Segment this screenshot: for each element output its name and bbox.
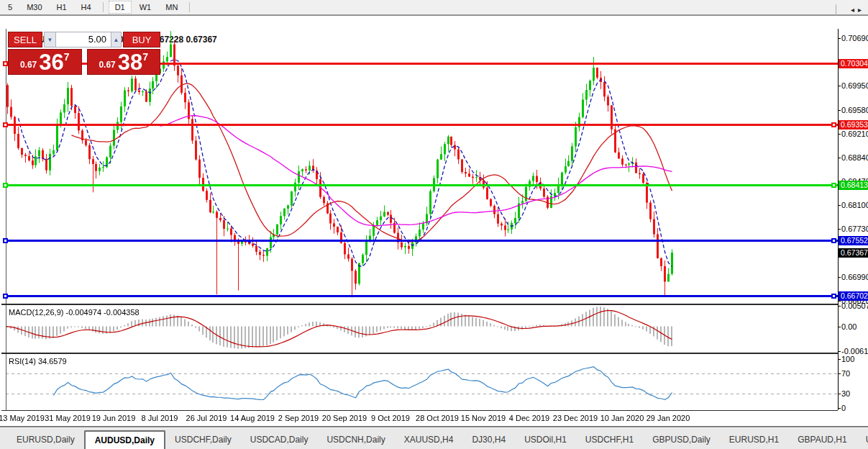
time-axis-tick: 10 Jan 2020: [600, 414, 644, 422]
price-axis-tick-label: 0.68100: [841, 201, 868, 209]
rsi-axis-tick-label: 70: [841, 369, 850, 378]
price-axis-tick-mark: [838, 205, 841, 206]
chart-tab-audusd-daily[interactable]: AUDUSD,Daily: [84, 430, 165, 449]
macd-axis-tick-label: 0.00: [841, 322, 856, 331]
line-handle-right[interactable]: [831, 122, 836, 127]
timeframe-toolbar: 5M30H1H4D1W1MN: [0, 0, 868, 15]
rsi-axis-tick-mark: [838, 408, 841, 409]
volume-increase-icon[interactable]: ▲: [111, 32, 121, 47]
rsi-label: RSI(14) 34.6579: [9, 357, 67, 366]
chart-tab-usdcnh-daily[interactable]: USDCNH,Daily: [317, 432, 394, 448]
line-handle-left[interactable]: [3, 61, 8, 66]
tab-scroll-arrows[interactable]: ◂▸: [851, 6, 865, 14]
time-axis-tick: 19 Jun 2019: [92, 414, 136, 422]
horizontal-line-resistance-lower[interactable]: [6, 124, 838, 126]
time-axis-tick: 31 May 2019: [45, 414, 91, 422]
price-label-support-lower: 0.66702: [839, 291, 868, 301]
tab-scroll-right-icon[interactable]: ▸: [858, 6, 865, 14]
timeframe-button-d1[interactable]: D1: [109, 1, 132, 14]
price-axis-tick-label: 0.69210: [841, 130, 868, 138]
timeframe-button-w1[interactable]: W1: [133, 1, 158, 14]
chart-tab-usdchf-h1[interactable]: USDCHF,H1: [576, 432, 643, 448]
tab-scroll-left-icon[interactable]: ◂: [851, 6, 858, 14]
price-axis-tick-label: 0.67730: [841, 224, 868, 233]
time-axis-tick: 23 Dec 2019: [553, 414, 598, 422]
price-axis-tick-mark: [838, 38, 841, 39]
time-axis-tick: 2 Sep 2019: [278, 414, 319, 422]
volume-spinner: ▼ 5.00 ▲: [44, 32, 122, 47]
price-label-current-price: 0.67367: [839, 248, 868, 258]
price-label-support-upper: 0.67552: [839, 236, 868, 245]
macd-name: MACD(12,26,9): [9, 308, 63, 317]
price-axis-tick-label: 0.69580: [841, 106, 868, 114]
trading-terminal: 5M30H1H4D1W1MN ▲ AUDUSD,Daily 0.67259 0.…: [0, 0, 868, 449]
timeframe-button-mn[interactable]: MN: [159, 1, 184, 14]
rsi-pane-separator[interactable]: [1, 353, 838, 354]
timeframe-button-h1[interactable]: H1: [50, 1, 73, 14]
buy-price-big: 38: [118, 53, 142, 72]
price-axis-tick-mark: [838, 110, 841, 111]
sell-price-prefix: 0.67: [20, 60, 37, 70]
volume-input[interactable]: 5.00: [56, 32, 111, 47]
timeframe-button-5[interactable]: 5: [1, 1, 19, 14]
chart-tab-gbpusd-daily[interactable]: GBPUSD,Daily: [643, 432, 720, 448]
horizontal-line-support-lower[interactable]: [6, 295, 838, 297]
time-axis-tick: 4 Dec 2019: [509, 414, 549, 422]
rsi-axis-tick-mark: [838, 373, 841, 374]
price-axis-tick-mark: [838, 229, 841, 230]
chart-tabs-bar: EURUSD,DailyAUDUSD,DailyUSDCHF,DailyUSDC…: [0, 427, 868, 449]
chart-tab-usdchf-daily[interactable]: USDCHF,Daily: [165, 432, 241, 448]
one-click-trading-panel: SELL ▼ 5.00 ▲ BUY 0.67 36 7 0.67 38 7: [8, 32, 160, 75]
price-label-pivot-green: 0.68413: [839, 181, 868, 190]
buy-quote-box[interactable]: 0.67 38 7: [87, 49, 161, 75]
horizontal-line-support-upper[interactable]: [6, 240, 838, 242]
time-axis-tick: 13 May 2019: [0, 414, 45, 422]
line-handle-left[interactable]: [3, 294, 8, 299]
sell-price-big: 36: [39, 53, 63, 72]
toolbar-separator: [103, 2, 104, 12]
macd-axis-tick-label: 0.005076: [841, 301, 868, 310]
toolbar-separator: [189, 2, 190, 12]
time-axis-tick: 15 Nov 2019: [461, 414, 506, 422]
chart-tab-xauusd-h4[interactable]: XAUUSD,H4: [395, 432, 463, 448]
chart-tab-usdcad-daily[interactable]: USDCAD,Daily: [241, 432, 318, 448]
price-axis-tick-mark: [838, 277, 841, 278]
time-axis-tick: 29 Jan 2020: [647, 414, 690, 422]
chart-tab-usd[interactable]: USD: [856, 432, 868, 448]
line-handle-left[interactable]: [3, 122, 8, 127]
volume-decrease-icon[interactable]: ▼: [45, 32, 56, 47]
time-axis-tick: 20 Sep 2019: [322, 414, 367, 422]
macd-values: -0.004974 -0.004358: [65, 308, 139, 317]
chart-tab-eurusd-daily[interactable]: EURUSD,Daily: [7, 432, 84, 448]
line-handle-right[interactable]: [831, 183, 836, 188]
buy-price-pip: 7: [142, 51, 148, 63]
line-handle-right[interactable]: [831, 294, 836, 299]
horizontal-line-pivot-green[interactable]: [6, 184, 838, 186]
line-handle-left[interactable]: [3, 238, 8, 243]
tab-scroll-divider: [836, 4, 836, 16]
chart-tab-usdoil-h1[interactable]: USDOil,H1: [515, 432, 576, 448]
macd-label: MACD(12,26,9) -0.004974 -0.004358: [9, 308, 140, 317]
rsi-pane-canvas[interactable]: [6, 354, 838, 410]
line-handle-left[interactable]: [3, 183, 8, 188]
chart-tab-dj30-h4[interactable]: DJ30,H4: [462, 432, 515, 448]
price-label-resistance-lower: 0.69353: [839, 120, 868, 130]
line-handle-right[interactable]: [831, 238, 836, 243]
rsi-axis-tick-mark: [838, 359, 841, 360]
macd-pane-separator[interactable]: [1, 304, 838, 305]
price-label-resistance-upper: 0.70304: [839, 59, 868, 68]
price-axis-tick-label: 0.69950: [841, 81, 868, 90]
timeframe-button-m30[interactable]: M30: [20, 1, 48, 14]
sell-quote-box[interactable]: 0.67 36 7: [8, 49, 82, 75]
rsi-axis-tick-mark: [838, 394, 841, 394]
price-axis-tick-mark: [838, 301, 841, 301]
price-axis-tick-mark: [838, 158, 841, 158]
macd-axis-tick-mark: [838, 327, 841, 327]
price-axis-tick-label: 0.70690: [841, 34, 868, 42]
timeframe-button-h4[interactable]: H4: [75, 1, 98, 14]
chart-tab-gbpaud-h1[interactable]: GBPAUD,H1: [788, 432, 856, 448]
buy-button[interactable]: BUY: [123, 32, 160, 47]
macd-axis-tick-mark: [838, 306, 841, 307]
sell-button[interactable]: SELL: [8, 32, 42, 47]
chart-tab-eurusd-h1[interactable]: EURUSD,H1: [720, 432, 788, 448]
